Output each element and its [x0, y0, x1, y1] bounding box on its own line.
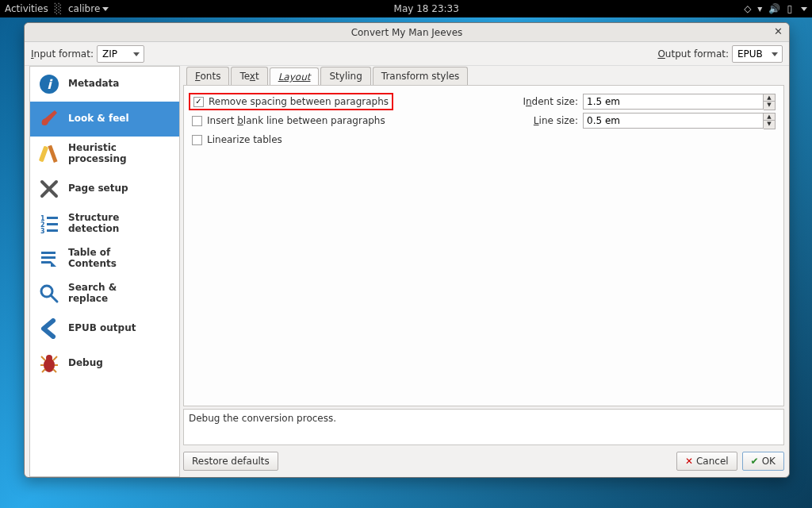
sidebar-item-label: Look & feel: [68, 114, 129, 125]
sidebar: i Metadata Look & feel Heuristic process…: [29, 66, 180, 477]
svg-rect-3: [48, 145, 57, 163]
battery-icon[interactable]: ▯: [787, 3, 792, 14]
wifi-icon[interactable]: ▾: [757, 3, 762, 14]
indent-size-label: Indent size:: [523, 96, 578, 107]
spin-up-icon[interactable]: ▲: [764, 114, 775, 121]
spin-down-icon[interactable]: ▼: [764, 102, 775, 110]
search-icon: [38, 283, 60, 305]
chevron-left-icon: [38, 318, 60, 340]
ok-button[interactable]: ✔OK: [742, 452, 784, 471]
sidebar-item-debug[interactable]: Debug: [30, 346, 179, 381]
spin-down-icon[interactable]: ▼: [764, 121, 775, 129]
spin-up-icon[interactable]: ▲: [764, 94, 775, 102]
ok-check-icon: ✔: [751, 456, 759, 467]
svg-line-22: [53, 369, 56, 372]
sidebar-item-label: Heuristic processing: [68, 143, 127, 165]
tab-transform[interactable]: Transform styles: [373, 67, 469, 85]
indent-size-spinbox[interactable]: ▲▼: [583, 94, 776, 110]
insert-blank-label: Insert blank line between paragraphs: [207, 115, 385, 126]
highlight-remove-spacing: Remove spacing between paragraphs: [189, 93, 393, 110]
sidebar-item-label: Structure detection: [68, 213, 119, 235]
sidebar-item-search-replace[interactable]: Search & replace: [30, 276, 179, 311]
sidebar-item-look-and-feel[interactable]: Look & feel: [30, 102, 179, 137]
svg-text:3: 3: [40, 228, 45, 234]
remove-spacing-checkbox[interactable]: [193, 97, 204, 107]
linearize-label: Linearize tables: [207, 134, 282, 145]
format-row: Input format: Output format:: [25, 42, 789, 66]
tab-text[interactable]: Text: [231, 67, 267, 85]
close-icon[interactable]: ✕: [774, 25, 783, 37]
input-format-label: Input format:: [31, 48, 94, 60]
system-menu-chevron-icon[interactable]: [801, 7, 807, 11]
brush-icon: [38, 108, 60, 130]
list-icon: 123: [38, 213, 60, 235]
cancel-button[interactable]: ✕Cancel: [676, 452, 737, 471]
status-hint-box: Debug the conversion process.: [183, 409, 784, 445]
indent-size-input[interactable]: [583, 94, 764, 110]
toc-icon: [38, 248, 60, 270]
sidebar-item-structure[interactable]: 123 Structure detection: [30, 206, 179, 241]
tab-layout[interactable]: Layout: [270, 67, 320, 86]
restore-defaults-button[interactable]: Restore defaults: [183, 452, 278, 471]
sidebar-item-heuristic[interactable]: Heuristic processing: [30, 137, 179, 171]
sidebar-item-epub-output[interactable]: EPUB output: [30, 311, 179, 346]
svg-rect-2: [39, 146, 48, 163]
app-menu[interactable]: calibre: [68, 3, 109, 14]
input-format-select[interactable]: [97, 45, 144, 63]
line-size-spinbox[interactable]: ▲▼: [583, 113, 776, 129]
line-size-input[interactable]: [583, 113, 764, 129]
bug-icon: [38, 352, 60, 375]
activities-button[interactable]: Activities: [5, 3, 48, 14]
tools-icon: [38, 178, 60, 200]
sidebar-item-label: Search & replace: [68, 283, 117, 305]
svg-line-14: [51, 295, 57, 302]
tab-bar: Fonts Text Layout Styling Transform styl…: [183, 66, 784, 85]
dialog-titlebar: Convert My Man Jeeves ✕: [25, 23, 789, 42]
linearize-checkbox[interactable]: [192, 135, 202, 145]
layout-tabpane: Remove spacing between paragraphs Indent…: [183, 85, 784, 406]
sidebar-item-label: Debug: [68, 358, 103, 369]
tab-fonts[interactable]: Fonts: [186, 67, 229, 85]
output-format-select[interactable]: [732, 45, 783, 63]
svg-rect-9: [47, 229, 58, 232]
svg-rect-10: [41, 252, 56, 254]
notification-icon[interactable]: ◇: [744, 3, 751, 14]
sidebar-item-label: EPUB output: [68, 323, 136, 334]
sidebar-item-toc[interactable]: Table of Contents: [30, 241, 179, 276]
volume-icon[interactable]: 🔊: [768, 3, 780, 14]
output-format-label: Output format:: [657, 48, 729, 60]
cancel-x-icon: ✕: [685, 456, 693, 467]
svg-rect-7: [47, 223, 58, 225]
sidebar-item-label: Page setup: [68, 183, 128, 194]
dialog-button-row: Restore defaults ✕Cancel ✔OK: [183, 448, 784, 474]
svg-rect-11: [41, 256, 56, 259]
app-icon: ░: [55, 3, 62, 14]
insert-blank-checkbox[interactable]: [192, 116, 202, 126]
pencil-ruler-icon: [38, 143, 60, 165]
clock[interactable]: May 18 23:33: [109, 3, 744, 14]
svg-rect-12: [41, 261, 51, 264]
sidebar-item-page-setup[interactable]: Page setup: [30, 171, 179, 206]
dialog-title: Convert My Man Jeeves: [351, 27, 463, 38]
remove-spacing-label: Remove spacing between paragraphs: [209, 96, 389, 107]
sidebar-item-label: Metadata: [68, 79, 119, 90]
tab-styling[interactable]: Styling: [320, 67, 370, 85]
line-size-label: Line size:: [534, 115, 578, 126]
sidebar-item-metadata[interactable]: i Metadata: [30, 67, 179, 102]
sidebar-item-label: Table of Contents: [68, 248, 117, 270]
svg-point-16: [46, 355, 52, 361]
convert-dialog: Convert My Man Jeeves ✕ Input format: Ou…: [24, 22, 790, 478]
info-icon: i: [38, 73, 60, 95]
svg-line-21: [42, 369, 45, 372]
svg-line-18: [53, 356, 57, 360]
svg-rect-5: [47, 217, 58, 219]
main-panel: Fonts Text Layout Styling Transform styl…: [183, 66, 784, 477]
svg-line-17: [41, 356, 45, 360]
gnome-topbar: Activities ░ calibre May 18 23:33 ◇ ▾ 🔊 …: [0, 0, 812, 17]
